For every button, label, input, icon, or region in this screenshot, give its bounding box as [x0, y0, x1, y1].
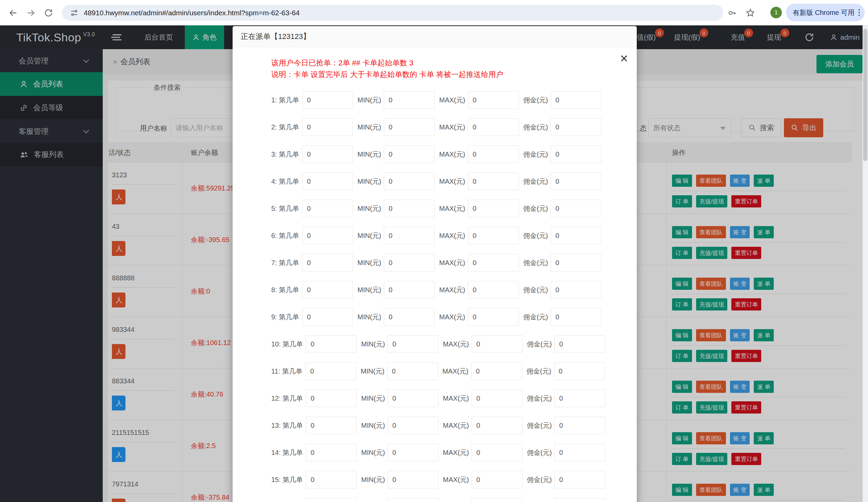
min-input[interactable] — [388, 498, 438, 502]
max-input[interactable] — [472, 335, 523, 353]
min-input[interactable] — [384, 254, 435, 272]
min-input[interactable] — [384, 172, 435, 190]
order-count-input[interactable] — [302, 172, 353, 190]
order-count-input[interactable] — [302, 145, 353, 163]
max-label: MAX(元) — [443, 367, 468, 376]
site-settings-icon[interactable] — [70, 9, 78, 17]
order-index-label: 1: 第几单 — [271, 96, 299, 105]
max-input[interactable] — [468, 227, 519, 244]
order-count-input[interactable] — [306, 444, 357, 461]
max-input[interactable] — [472, 444, 523, 461]
chrome-update-pill[interactable]: 有新版 Chrome 可用 — [786, 4, 865, 21]
min-label: MIN(元) — [358, 231, 381, 240]
order-index-label: 10: 第几单 — [271, 339, 303, 349]
order-count-input[interactable] — [306, 362, 356, 380]
address-bar[interactable]: 48910.hwymw.net/admin#/admin/users/index… — [62, 5, 723, 21]
chrome-update-label: 有新版 Chrome 可用 — [793, 8, 855, 17]
close-icon[interactable]: × — [620, 53, 628, 64]
max-input[interactable] — [468, 254, 519, 272]
password-key-icon[interactable] — [725, 6, 739, 20]
max-input[interactable] — [472, 471, 523, 489]
url-text: 48910.hwymw.net/admin#/admin/users/index… — [84, 9, 300, 17]
order-count-input[interactable] — [306, 417, 357, 434]
order-count-input[interactable] — [306, 498, 357, 502]
max-input[interactable] — [472, 389, 523, 407]
min-input[interactable] — [388, 335, 438, 353]
min-input[interactable] — [384, 308, 435, 326]
max-input[interactable] — [468, 145, 519, 163]
commission-input[interactable] — [554, 362, 605, 380]
forward-icon[interactable] — [24, 6, 38, 20]
min-input[interactable] — [388, 417, 438, 434]
min-input[interactable] — [388, 389, 438, 407]
commission-label: 佣金(元) — [523, 231, 548, 240]
order-count-input[interactable] — [302, 200, 353, 217]
commission-label: 佣金(元) — [523, 123, 548, 132]
commission-input[interactable] — [554, 417, 605, 434]
commission-input[interactable] — [554, 444, 605, 461]
commission-input[interactable] — [554, 498, 605, 502]
commission-input[interactable] — [551, 118, 601, 136]
dispatch-row: 10: 第几单 MIN(元) MAX(元) 佣金(元) — [232, 331, 637, 358]
dispatch-row: 13: 第几单 MIN(元) MAX(元) 佣金(元) — [232, 412, 637, 439]
commission-input[interactable] — [551, 172, 601, 190]
min-label: MIN(元) — [358, 150, 381, 159]
commission-label: 佣金(元) — [523, 150, 548, 159]
order-count-input[interactable] — [302, 254, 353, 272]
commission-input[interactable] — [551, 308, 601, 326]
order-count-input[interactable] — [306, 335, 357, 353]
commission-input[interactable] — [554, 471, 605, 489]
max-input[interactable] — [468, 281, 519, 299]
min-input[interactable] — [387, 362, 438, 380]
commission-input[interactable] — [551, 227, 601, 244]
max-input[interactable] — [471, 362, 522, 380]
order-count-input[interactable] — [306, 471, 357, 489]
min-input[interactable] — [384, 227, 435, 244]
modal-note-explain: 说明：卡单 设置完毕后 大于卡单起始单数的 卡单 将被一起推送给用户 — [271, 69, 637, 80]
order-count-input[interactable] — [302, 91, 353, 109]
commission-input[interactable] — [554, 335, 605, 353]
max-label: MAX(元) — [443, 421, 469, 430]
min-input[interactable] — [384, 118, 435, 136]
order-count-input[interactable] — [302, 227, 353, 244]
dispatch-row: 1: 第几单 MIN(元) MAX(元) 佣金(元) — [232, 86, 637, 114]
commission-input[interactable] — [554, 389, 605, 407]
min-input[interactable] — [384, 281, 435, 299]
dispatch-row: 3: 第几单 MIN(元) MAX(元) 佣金(元) — [232, 141, 637, 168]
back-icon[interactable] — [6, 6, 20, 20]
commission-input[interactable] — [551, 145, 601, 163]
browser-menu-icon[interactable] — [858, 9, 860, 16]
order-count-input[interactable] — [302, 281, 353, 299]
bookmark-star-icon[interactable] — [743, 6, 757, 20]
app-region: TikTok.ShopV3.0 后台首页 角色 值(假)0提现(假)0充值0提现… — [0, 25, 868, 502]
order-index-label: 2: 第几单 — [271, 123, 299, 132]
max-label: MAX(元) — [443, 475, 469, 484]
min-label: MIN(元) — [361, 448, 385, 457]
max-input[interactable] — [468, 172, 519, 190]
min-input[interactable] — [388, 471, 438, 489]
min-input[interactable] — [384, 200, 435, 217]
order-count-input[interactable] — [306, 389, 357, 407]
max-input[interactable] — [468, 308, 519, 326]
scrollbar-thumb[interactable] — [863, 29, 867, 161]
order-index-label: 5: 第几单 — [271, 204, 299, 213]
commission-input[interactable] — [551, 254, 601, 272]
min-input[interactable] — [388, 444, 438, 461]
max-label: MAX(元) — [439, 177, 465, 186]
commission-input[interactable] — [551, 91, 601, 109]
max-input[interactable] — [468, 118, 519, 136]
min-input[interactable] — [384, 91, 435, 109]
min-input[interactable] — [384, 145, 435, 163]
profile-avatar[interactable]: 1 — [770, 7, 782, 18]
max-input[interactable] — [472, 498, 523, 502]
commission-input[interactable] — [551, 200, 601, 217]
max-input[interactable] — [468, 91, 519, 109]
max-input[interactable] — [472, 417, 523, 434]
commission-input[interactable] — [551, 281, 601, 299]
min-label: MIN(元) — [358, 258, 381, 268]
max-label: MAX(元) — [443, 448, 469, 457]
order-count-input[interactable] — [302, 118, 353, 136]
reload-icon[interactable] — [41, 6, 55, 20]
max-input[interactable] — [468, 200, 519, 217]
order-count-input[interactable] — [302, 308, 353, 326]
